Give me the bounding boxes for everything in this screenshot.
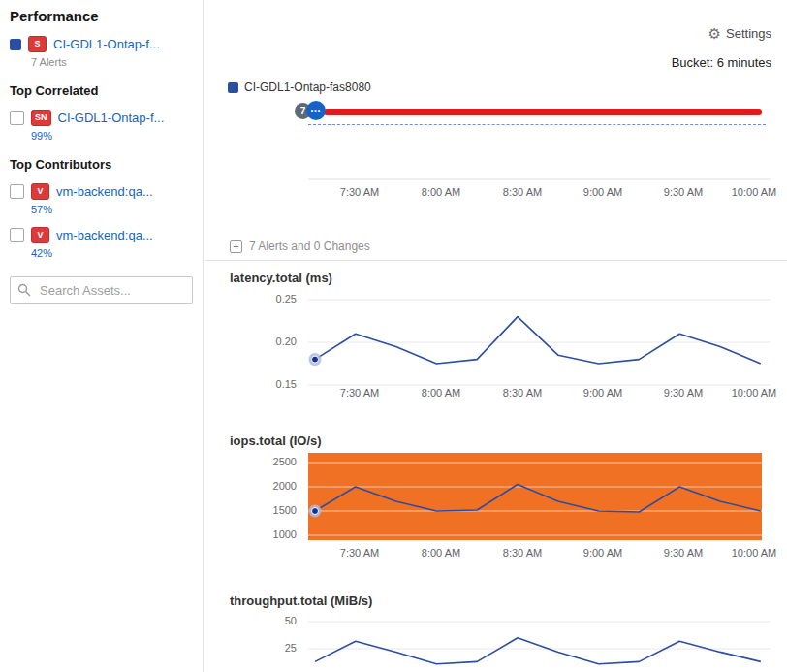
node-severity-icon: SN: [31, 110, 51, 126]
series-line: [315, 317, 761, 364]
section-heading-top-contributors: Top Contributors: [10, 157, 193, 172]
primary-asset-link[interactable]: CI-GDL1-Ontap-f...: [53, 37, 160, 51]
series-line: [315, 638, 761, 664]
vm-severity-icon: V: [31, 227, 49, 243]
primary-asset-row[interactable]: S CI-GDL1-Ontap-f...: [10, 36, 193, 52]
chart-legend[interactable]: CI-GDL1-Ontap-fas8080: [228, 80, 371, 94]
bucket-label: Bucket: 6 minutes: [672, 55, 771, 70]
storage-severity-icon: S: [28, 36, 47, 52]
selected-range-dashed-line: [308, 124, 766, 125]
contributor-checkbox[interactable]: [10, 184, 24, 199]
page-title: Performance: [10, 8, 193, 24]
correlated-asset-link[interactable]: CI-GDL1-Ontap-f...: [58, 111, 165, 125]
correlated-checkbox[interactable]: [10, 111, 24, 125]
settings-button[interactable]: ⚙ Settings: [708, 26, 771, 41]
more-alerts-icon[interactable]: •••: [306, 101, 326, 120]
contributor-asset-row[interactable]: V vm-backend:qa...: [10, 227, 193, 243]
search-input[interactable]: [10, 276, 193, 304]
contributor-item: V vm-backend:qa... 42%: [10, 227, 193, 259]
contribution-percent: 57%: [31, 204, 193, 215]
correlation-percent: 99%: [31, 130, 193, 142]
legend-label: CI-GDL1-Ontap-fas8080: [244, 80, 371, 94]
sidebar: Performance S CI-GDL1-Ontap-f... 7 Alert…: [0, 0, 204, 672]
section-divider: [205, 260, 787, 261]
chart-title-latency: latency.total (ms): [230, 271, 332, 285]
contributor-asset-link[interactable]: vm-backend:qa...: [56, 184, 153, 199]
alerts-changes-summary: 7 Alerts and 0 Changes: [249, 240, 370, 253]
legend-color-swatch: [228, 82, 238, 93]
contributor-asset-row[interactable]: V vm-backend:qa...: [10, 183, 193, 200]
contributor-checkbox[interactable]: [10, 228, 24, 242]
series-color-swatch[interactable]: [10, 39, 21, 50]
alert-band: [308, 453, 762, 540]
correlated-item: SN CI-GDL1-Ontap-f... 99%: [10, 110, 193, 142]
start-marker[interactable]: [312, 508, 319, 515]
contribution-percent: 42%: [31, 247, 193, 259]
chart-title-throughput: throughput.total (MiB/s): [230, 593, 372, 608]
start-marker[interactable]: [312, 356, 319, 363]
primary-asset-alert-count: 7 Alerts: [31, 56, 193, 68]
alerts-changes-toggle[interactable]: + 7 Alerts and 0 Changes: [230, 240, 370, 253]
contributor-asset-link[interactable]: vm-backend:qa...: [56, 228, 153, 242]
gear-icon: ⚙: [708, 27, 721, 41]
chart-title-iops: iops.total (IO/s): [230, 433, 322, 448]
asset-search: [10, 276, 193, 304]
expand-icon[interactable]: +: [230, 240, 242, 253]
vm-severity-icon: V: [31, 183, 49, 200]
alert-duration-bar[interactable]: [324, 109, 762, 115]
section-heading-top-correlated: Top Correlated: [10, 83, 193, 98]
correlated-asset-row[interactable]: SN CI-GDL1-Ontap-f...: [10, 110, 193, 126]
settings-label: Settings: [726, 26, 771, 41]
contributor-item: V vm-backend:qa... 57%: [10, 183, 193, 215]
